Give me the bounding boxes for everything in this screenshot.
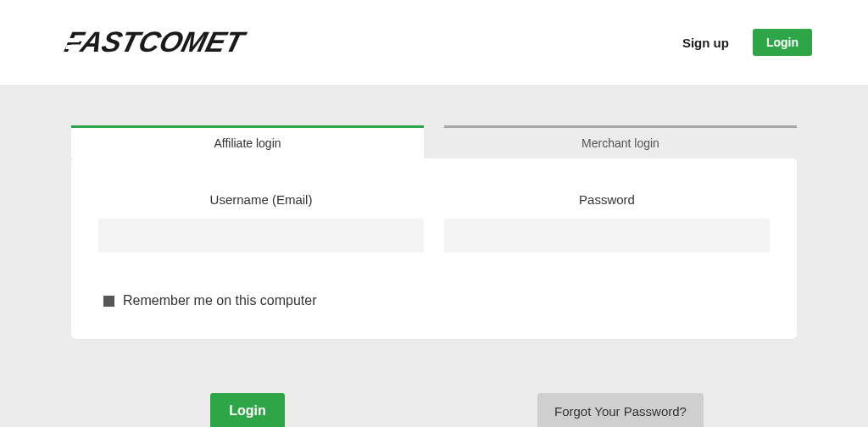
header-actions: Sign up Login	[682, 29, 812, 56]
remember-checkbox[interactable]	[103, 296, 114, 307]
svg-text:FASTCOMET: FASTCOMET	[62, 26, 250, 58]
remember-row: Remember me on this computer	[98, 293, 770, 308]
login-submit-button[interactable]: Login	[210, 393, 285, 427]
login-card: Username (Email) Password Remember me on…	[71, 158, 797, 339]
fastcomet-logo-icon: FASTCOMET	[56, 26, 295, 58]
username-input[interactable]	[98, 219, 424, 252]
password-input[interactable]	[444, 219, 770, 252]
login-tabs: Affiliate login Merchant login	[71, 125, 797, 158]
username-label: Username (Email)	[98, 192, 424, 207]
svg-rect-1	[67, 38, 80, 42]
password-group: Password	[444, 192, 770, 252]
tab-merchant-login[interactable]: Merchant login	[444, 125, 797, 158]
forgot-action-wrap: Forgot Your Password?	[444, 393, 797, 427]
actions-row: Login Forgot Your Password?	[71, 393, 797, 427]
remember-label: Remember me on this computer	[123, 293, 317, 308]
tab-affiliate-login[interactable]: Affiliate login	[71, 125, 424, 158]
brand-logo: FASTCOMET	[56, 26, 295, 58]
forgot-password-button[interactable]: Forgot Your Password?	[537, 393, 704, 427]
form-row: Username (Email) Password	[98, 192, 770, 252]
password-label: Password	[444, 192, 770, 207]
svg-rect-2	[65, 45, 75, 49]
main-container: Affiliate login Merchant login Username …	[71, 85, 797, 427]
username-group: Username (Email)	[98, 192, 424, 252]
login-action-wrap: Login	[71, 393, 424, 427]
signup-link[interactable]: Sign up	[682, 36, 729, 50]
header: FASTCOMET Sign up Login	[0, 0, 868, 85]
header-login-button[interactable]: Login	[753, 29, 812, 56]
